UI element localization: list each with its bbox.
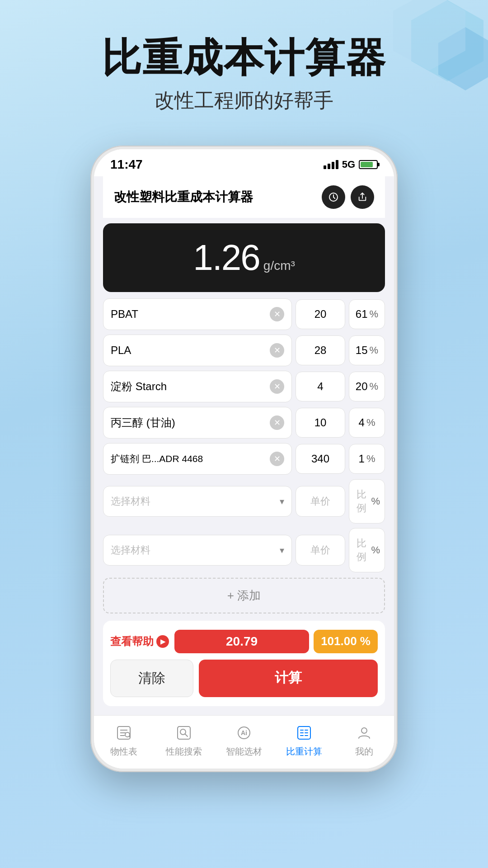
material-select-2[interactable]: 选择材料 ▾ — [103, 535, 292, 566]
svg-line-13 — [185, 734, 188, 736]
material-row: PBAT ✕ 20 61 % — [103, 298, 385, 330]
bg-decoration — [357, 0, 488, 136]
tab-calc[interactable]: 比重计算 — [274, 723, 334, 758]
tab-mine-label: 我的 — [355, 745, 373, 758]
clear-button[interactable]: 清除 — [110, 660, 193, 697]
clear-glycerol-button[interactable]: ✕ — [270, 415, 284, 430]
tab-ai-label: 智能选材 — [226, 745, 262, 758]
clear-pla-button[interactable]: ✕ — [270, 343, 284, 358]
svg-rect-16 — [298, 726, 310, 739]
material-ratio-starch: 20 % — [349, 372, 385, 401]
material-select-1[interactable]: 选择材料 ▾ — [103, 486, 292, 517]
calculate-button[interactable]: 计算 — [199, 660, 378, 697]
result-unit: g/cm³ — [263, 259, 295, 273]
material-price-pla[interactable]: 28 — [296, 335, 345, 365]
material-ratio-input-2: 比例 % — [349, 528, 385, 572]
material-price-pbat[interactable]: 20 — [296, 299, 345, 329]
signal-bar-3 — [332, 162, 334, 169]
material-name-glycerol[interactable]: 丙三醇 (甘油) ✕ — [103, 407, 292, 439]
dropdown-row-1: 选择材料 ▾ 单价 比例 % — [103, 479, 385, 524]
dropdown-arrow-2: ▾ — [280, 545, 284, 556]
tab-search-label: 性能搜索 — [166, 745, 202, 758]
tab-properties[interactable]: 物性表 — [94, 723, 154, 758]
history-button[interactable] — [322, 185, 345, 209]
result-value: 1.26 — [193, 237, 260, 278]
action-row: 清除 计算 — [110, 660, 378, 697]
material-ratio-adr: 1 % — [349, 444, 385, 474]
status-bar: 11:47 5G — [94, 149, 394, 176]
battery-icon — [359, 160, 378, 169]
app-title-text: 改性塑料比重成本计算器 — [114, 189, 253, 206]
mine-tab-icon — [354, 723, 374, 743]
material-row: PLA ✕ 28 15 % — [103, 335, 385, 366]
calc-tab-icon — [294, 723, 314, 743]
help-row: 查看帮助 ▶ 20.79 101.00 % — [110, 630, 378, 653]
signal-bar-2 — [328, 164, 330, 169]
cost-badge: 20.79 — [174, 630, 309, 653]
add-material-button[interactable]: + 添加 — [103, 578, 385, 613]
ratio-badge: 101.00 % — [314, 630, 378, 653]
material-row: 丙三醇 (甘油) ✕ 10 4 % — [103, 407, 385, 439]
signal-bar-1 — [324, 165, 326, 169]
status-icons: 5G — [324, 159, 378, 170]
material-ratio-pla: 15 % — [349, 335, 385, 365]
material-price-input-2[interactable]: 单价 — [296, 535, 345, 566]
dropdown-arrow-1: ▾ — [280, 496, 284, 507]
tab-properties-label: 物性表 — [110, 745, 137, 758]
result-badges: 20.79 101.00 % — [174, 630, 378, 653]
app-header: 改性塑料比重成本计算器 — [103, 176, 385, 218]
material-price-input-1[interactable]: 单价 — [296, 486, 345, 517]
history-icon — [328, 192, 339, 203]
share-icon — [357, 192, 367, 202]
app-content: 改性塑料比重成本计算器 — [94, 176, 394, 715]
material-price-starch[interactable]: 4 — [296, 372, 345, 401]
material-row: 淀粉 Starch ✕ 4 20 % — [103, 371, 385, 402]
svg-text:Ai: Ai — [241, 729, 247, 736]
signal-bars — [324, 160, 338, 169]
result-display: 1.26 g/cm³ — [103, 223, 385, 292]
clear-pbat-button[interactable]: ✕ — [270, 307, 284, 321]
svg-rect-11 — [178, 726, 190, 739]
tab-calc-label: 比重计算 — [286, 745, 322, 758]
bottom-section: 查看帮助 ▶ 20.79 101.00 % 清除 计算 — [103, 621, 385, 706]
battery-fill — [361, 162, 373, 167]
svg-point-23 — [361, 728, 367, 733]
material-price-adr[interactable]: 340 — [296, 444, 345, 474]
dropdown-row-2: 选择材料 ▾ 单价 比例 % — [103, 528, 385, 572]
material-ratio-glycerol: 4 % — [349, 408, 385, 438]
tab-mine[interactable]: 我的 — [334, 723, 394, 758]
material-ratio-input-1: 比例 % — [349, 479, 385, 524]
tab-bar: 物性表 性能搜索 — [94, 715, 394, 769]
clear-starch-button[interactable]: ✕ — [270, 379, 284, 394]
status-time: 11:47 — [110, 157, 143, 172]
phone-mockup: 11:47 5G 改性塑 — [0, 146, 488, 772]
share-button[interactable] — [351, 185, 374, 209]
material-name-adr[interactable]: 扩链剂 巴...ADR 4468 ✕ — [103, 443, 292, 475]
properties-tab-icon — [114, 723, 134, 743]
signal-bar-4 — [336, 160, 338, 169]
help-link[interactable]: 查看帮助 ▶ — [110, 634, 169, 649]
material-name-pbat[interactable]: PBAT ✕ — [103, 298, 292, 330]
material-ratio-pbat: 61 % — [349, 299, 385, 329]
tab-search[interactable]: 性能搜索 — [154, 723, 214, 758]
status-5g: 5G — [342, 159, 355, 170]
search-tab-icon — [174, 723, 194, 743]
materials-list: PBAT ✕ 20 61 % PLA ✕ — [103, 298, 385, 572]
material-name-starch[interactable]: 淀粉 Starch ✕ — [103, 371, 292, 402]
material-price-glycerol[interactable]: 10 — [296, 408, 345, 438]
add-button-label: + 添加 — [227, 589, 261, 602]
play-icon: ▶ — [156, 635, 169, 648]
material-name-pla[interactable]: PLA ✕ — [103, 335, 292, 366]
material-row: 扩链剂 巴...ADR 4468 ✕ 340 1 % — [103, 443, 385, 475]
tab-ai[interactable]: Ai 智能选材 — [214, 723, 274, 758]
phone-outer: 11:47 5G 改性塑 — [90, 146, 398, 772]
phone-inner: 11:47 5G 改性塑 — [94, 149, 394, 769]
header-buttons — [322, 185, 374, 209]
clear-adr-button[interactable]: ✕ — [270, 452, 284, 466]
ai-tab-icon: Ai — [234, 723, 254, 743]
